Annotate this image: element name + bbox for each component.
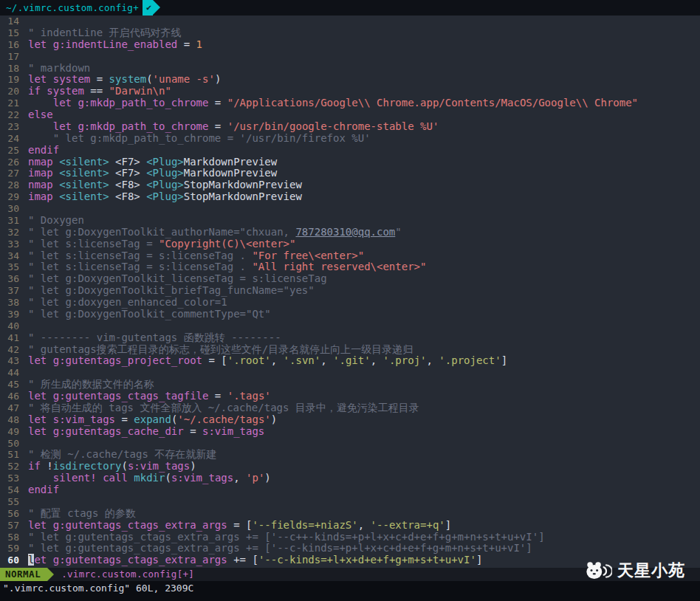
code-line[interactable]: 16let g:indentLine_enabled = 1 xyxy=(0,39,700,51)
code-line[interactable]: 26nmap <silent> <F7> <Plug>MarkdownPrevi… xyxy=(0,157,700,168)
code-line[interactable]: 37" let g:DoxygenToolkit_briefTag_funcNa… xyxy=(0,285,700,297)
token-k: endif xyxy=(28,144,59,156)
code-line[interactable]: 22else xyxy=(0,109,700,121)
token-g: '.git' xyxy=(333,354,371,366)
token-c: " 将自动生成的 tags 文件全部放入 ~/.cache/tags 目录中，避… xyxy=(28,402,419,413)
line-content: let g:indentLine_enabled = 1 xyxy=(28,39,202,51)
token-c: " 检测 ~/.cache/tags 不存在就新建 xyxy=(28,448,216,460)
line-number: 28 xyxy=(0,179,28,191)
tab-vimrc-custom-config[interactable]: ~/.vimrc.custom.config+ ✔ xyxy=(0,0,160,16)
line-content: " let s:licenseTag = s:licenseTag . "All… xyxy=(28,261,426,273)
code-line[interactable]: 46let g:gutentags_ctags_tagfile = '.tags… xyxy=(0,391,700,402)
code-line[interactable]: 42" gutentags搜索工程目录的标志，碰到这些文件/目录名就停止向上一级… xyxy=(0,344,700,356)
token-u: 787280310@qq.com xyxy=(295,226,395,238)
code-line[interactable]: 32" let g:DoxygenToolkit_authorName="chx… xyxy=(0,227,700,238)
line-number: 39 xyxy=(0,309,28,320)
code-line[interactable]: 50 xyxy=(0,438,700,450)
line-number: 32 xyxy=(0,227,28,238)
code-line[interactable]: 44 xyxy=(0,367,700,379)
line-number: 60 xyxy=(0,554,28,566)
code-line[interactable]: 45" 所生成的数据文件的名称 xyxy=(0,379,700,391)
token-w: = xyxy=(115,413,134,425)
code-line[interactable]: 25endif xyxy=(0,145,700,157)
code-line[interactable]: 52if !isdirectory(s:vim_tags) xyxy=(0,461,700,473)
line-content: " 检测 ~/.cache/tags 不存在就新建 xyxy=(28,449,216,461)
line-content: " let g:DoxygenToolkit_briefTag_funcName… xyxy=(28,285,315,297)
line-number: 46 xyxy=(0,391,28,402)
line-content: else xyxy=(28,109,53,121)
code-line[interactable]: 34" let s:licenseTag = s:licenseTag . "F… xyxy=(0,250,700,262)
code-line[interactable]: 31" Doxygen xyxy=(0,215,700,227)
code-line[interactable]: 14 xyxy=(0,16,700,27)
line-number: 20 xyxy=(0,86,28,97)
token-w: = xyxy=(90,73,109,85)
code-line[interactable]: 29imap <silent> <F8> <Plug>StopMarkdownP… xyxy=(0,191,700,203)
line-number: 14 xyxy=(0,16,28,27)
code-line[interactable]: 27imap <silent> <F7> <Plug>MarkdownPrevi… xyxy=(0,168,700,179)
code-line[interactable]: 54endif xyxy=(0,484,700,496)
tab-bar: ~/.vimrc.custom.config+ ✔ xyxy=(0,0,700,16)
token-w: = xyxy=(184,425,202,437)
line-number: 48 xyxy=(0,414,28,426)
token-k: let g:gutentags_project_root xyxy=(28,354,202,366)
code-line[interactable]: 17 xyxy=(0,51,700,63)
token-g: '.proj' xyxy=(382,354,426,366)
code-line[interactable]: 15" indentLine 开启代码对齐线 xyxy=(0,27,700,39)
code-line[interactable]: 58" let g:gutentags_ctags_extra_args += … xyxy=(0,532,700,543)
token-g: '--fields=+niazS' xyxy=(252,519,357,531)
code-line[interactable]: 40 xyxy=(0,320,700,332)
code-line[interactable]: 53 silent! call mkdir(s:vim_tags, 'p') xyxy=(0,473,700,484)
line-number: 54 xyxy=(0,484,28,496)
code-line[interactable]: 19let system = system('uname -s') xyxy=(0,74,700,86)
line-number: 51 xyxy=(0,449,28,461)
token-w: StopMarkdownPreview xyxy=(184,179,302,190)
code-line[interactable]: 23 let g:mkdp_path_to_chrome = '/usr/bin… xyxy=(0,121,700,133)
line-number: 52 xyxy=(0,461,28,473)
code-line[interactable]: 56" 配置 ctags 的参数 xyxy=(0,508,700,520)
token-w: ( xyxy=(146,73,152,85)
code-line[interactable]: 21 let g:mkdp_path_to_chrome = "/Applica… xyxy=(0,97,700,109)
token-k: endif xyxy=(28,484,59,495)
line-number: 24 xyxy=(0,133,28,145)
line-content: let g:mkdp_path_to_chrome = "/Applicatio… xyxy=(28,97,638,109)
line-content: let g:gutentags_cache_dir = s:vim_tags xyxy=(28,426,264,438)
code-line[interactable]: 28nmap <silent> <F8> <Plug>StopMarkdownP… xyxy=(0,179,700,191)
token-f: <silent> xyxy=(59,156,109,168)
token-f: <silent> xyxy=(59,190,109,202)
code-line[interactable]: 57let g:gutentags_ctags_extra_args = ['-… xyxy=(0,520,700,532)
code-line[interactable]: 24 " let g:mkdp_path_to_chrome = '/usr/b… xyxy=(0,133,700,145)
token-c: " let g:DoxygenToolkit_commentType="Qt" xyxy=(28,308,271,320)
code-line[interactable]: 39" let g:DoxygenToolkit_commentType="Qt… xyxy=(0,309,700,320)
token-c: " let g:DoxygenToolkit_briefTag_funcName… xyxy=(28,284,315,296)
token-s: "Copyright(C)\<enter>" xyxy=(159,238,295,250)
token-w: ) xyxy=(264,472,270,484)
code-line[interactable]: 38" let g:doxygen_enhanced_color=1 xyxy=(0,297,700,309)
token-w: ] xyxy=(501,354,507,366)
code-line[interactable]: 35" let s:licenseTag = s:licenseTag . "A… xyxy=(0,261,700,273)
line-content: let system = system('uname -s') xyxy=(28,74,221,86)
code-line[interactable]: 33" let s:licenseTag = "Copyright(C)\<en… xyxy=(0,238,700,250)
token-g: '.svn' xyxy=(284,354,321,366)
line-content: " gutentags搜索工程目录的标志，碰到这些文件/目录名就停止向上一级目录… xyxy=(28,344,413,356)
code-line[interactable]: 20if system == "Darwin\n" xyxy=(0,86,700,97)
code-line[interactable]: 47" 将自动生成的 tags 文件全部放入 ~/.cache/tags 目录中… xyxy=(0,402,700,414)
line-number: 53 xyxy=(0,473,28,484)
check-icon: ✔ xyxy=(143,0,153,16)
code-line[interactable]: 41" -------- vim-gutentags 函数跳转 -------- xyxy=(0,332,700,344)
code-line[interactable]: 30 xyxy=(0,203,700,215)
code-line[interactable]: 59" let g:gutentags_ctags_extra_args += … xyxy=(0,543,700,554)
token-k: let g:gutentags_ctags_tagfile xyxy=(28,390,208,402)
code-line[interactable]: 43let g:gutentags_project_root = ['.root… xyxy=(0,355,700,367)
token-c: " let g:gutentags_ctags_extra_args += ['… xyxy=(28,531,545,543)
code-line[interactable]: 51" 检测 ~/.cache/tags 不存在就新建 xyxy=(0,449,700,461)
code-area[interactable]: 1415" indentLine 开启代码对齐线16let g:indentLi… xyxy=(0,16,700,568)
token-c: " let s:licenseTag = xyxy=(28,238,159,250)
code-line[interactable]: 36" let g:DoxygenToolkit_licenseTag = s:… xyxy=(0,273,700,285)
code-line[interactable]: 49let g:gutentags_cache_dir = s:vim_tags xyxy=(0,426,700,438)
line-content: let g:gutentags_ctags_extra_args += ['--… xyxy=(28,554,482,566)
code-line[interactable]: 18" markdown xyxy=(0,63,700,75)
code-line[interactable]: 48let s:vim_tags = expand('~/.cache/tags… xyxy=(0,414,700,426)
line-content: " let g:gutentags_ctags_extra_args += ['… xyxy=(28,532,545,543)
line-number: 59 xyxy=(0,543,28,554)
code-line[interactable]: 55 xyxy=(0,496,700,508)
